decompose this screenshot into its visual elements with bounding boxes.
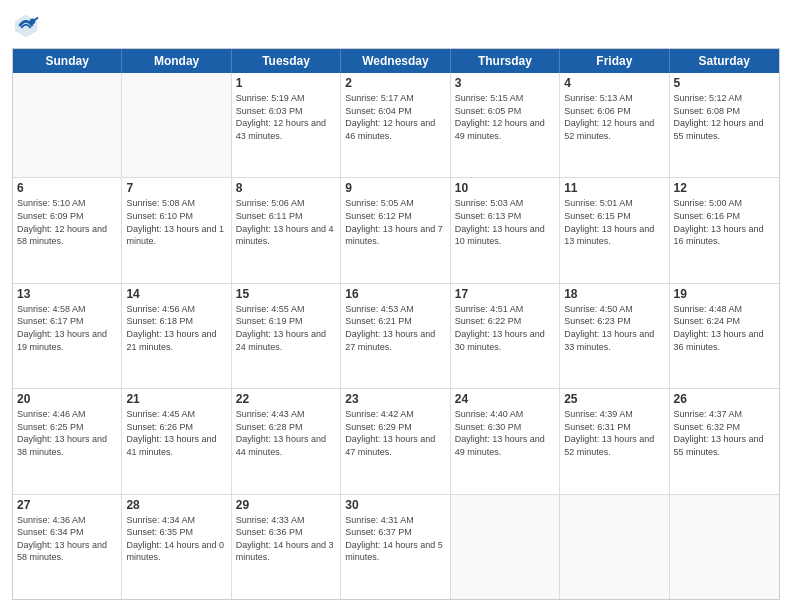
day-number: 2 bbox=[345, 76, 445, 90]
day-number: 5 bbox=[674, 76, 775, 90]
calendar-week-2: 6Sunrise: 5:10 AMSunset: 6:09 PMDaylight… bbox=[13, 178, 779, 283]
calendar-day-22: 22Sunrise: 4:43 AMSunset: 6:28 PMDayligh… bbox=[232, 389, 341, 493]
day-number: 15 bbox=[236, 287, 336, 301]
calendar-day-19: 19Sunrise: 4:48 AMSunset: 6:24 PMDayligh… bbox=[670, 284, 779, 388]
calendar-day-10: 10Sunrise: 5:03 AMSunset: 6:13 PMDayligh… bbox=[451, 178, 560, 282]
calendar-day-27: 27Sunrise: 4:36 AMSunset: 6:34 PMDayligh… bbox=[13, 495, 122, 599]
calendar-empty-cell bbox=[560, 495, 669, 599]
day-number: 12 bbox=[674, 181, 775, 195]
calendar-day-18: 18Sunrise: 4:50 AMSunset: 6:23 PMDayligh… bbox=[560, 284, 669, 388]
calendar-day-28: 28Sunrise: 4:34 AMSunset: 6:35 PMDayligh… bbox=[122, 495, 231, 599]
day-number: 25 bbox=[564, 392, 664, 406]
day-number: 6 bbox=[17, 181, 117, 195]
weekday-header-friday: Friday bbox=[560, 49, 669, 73]
calendar-day-1: 1Sunrise: 5:19 AMSunset: 6:03 PMDaylight… bbox=[232, 73, 341, 177]
calendar-day-7: 7Sunrise: 5:08 AMSunset: 6:10 PMDaylight… bbox=[122, 178, 231, 282]
weekday-header-monday: Monday bbox=[122, 49, 231, 73]
day-info: Sunrise: 4:56 AMSunset: 6:18 PMDaylight:… bbox=[126, 303, 226, 353]
day-number: 22 bbox=[236, 392, 336, 406]
day-info: Sunrise: 4:36 AMSunset: 6:34 PMDaylight:… bbox=[17, 514, 117, 564]
day-info: Sunrise: 4:43 AMSunset: 6:28 PMDaylight:… bbox=[236, 408, 336, 458]
day-info: Sunrise: 5:12 AMSunset: 6:08 PMDaylight:… bbox=[674, 92, 775, 142]
day-number: 8 bbox=[236, 181, 336, 195]
day-info: Sunrise: 4:46 AMSunset: 6:25 PMDaylight:… bbox=[17, 408, 117, 458]
day-number: 13 bbox=[17, 287, 117, 301]
calendar: SundayMondayTuesdayWednesdayThursdayFrid… bbox=[12, 48, 780, 600]
day-number: 7 bbox=[126, 181, 226, 195]
calendar-empty-cell bbox=[13, 73, 122, 177]
day-number: 19 bbox=[674, 287, 775, 301]
calendar-day-20: 20Sunrise: 4:46 AMSunset: 6:25 PMDayligh… bbox=[13, 389, 122, 493]
day-info: Sunrise: 4:51 AMSunset: 6:22 PMDaylight:… bbox=[455, 303, 555, 353]
day-info: Sunrise: 5:08 AMSunset: 6:10 PMDaylight:… bbox=[126, 197, 226, 247]
day-number: 18 bbox=[564, 287, 664, 301]
calendar-day-24: 24Sunrise: 4:40 AMSunset: 6:30 PMDayligh… bbox=[451, 389, 560, 493]
day-info: Sunrise: 4:33 AMSunset: 6:36 PMDaylight:… bbox=[236, 514, 336, 564]
day-number: 28 bbox=[126, 498, 226, 512]
day-number: 26 bbox=[674, 392, 775, 406]
calendar-day-29: 29Sunrise: 4:33 AMSunset: 6:36 PMDayligh… bbox=[232, 495, 341, 599]
day-number: 20 bbox=[17, 392, 117, 406]
weekday-header-saturday: Saturday bbox=[670, 49, 779, 73]
day-info: Sunrise: 4:55 AMSunset: 6:19 PMDaylight:… bbox=[236, 303, 336, 353]
logo bbox=[12, 12, 44, 40]
day-number: 16 bbox=[345, 287, 445, 301]
day-number: 23 bbox=[345, 392, 445, 406]
calendar-day-15: 15Sunrise: 4:55 AMSunset: 6:19 PMDayligh… bbox=[232, 284, 341, 388]
day-number: 9 bbox=[345, 181, 445, 195]
day-info: Sunrise: 5:10 AMSunset: 6:09 PMDaylight:… bbox=[17, 197, 117, 247]
day-info: Sunrise: 5:06 AMSunset: 6:11 PMDaylight:… bbox=[236, 197, 336, 247]
day-number: 21 bbox=[126, 392, 226, 406]
calendar-day-25: 25Sunrise: 4:39 AMSunset: 6:31 PMDayligh… bbox=[560, 389, 669, 493]
day-info: Sunrise: 4:42 AMSunset: 6:29 PMDaylight:… bbox=[345, 408, 445, 458]
calendar-day-17: 17Sunrise: 4:51 AMSunset: 6:22 PMDayligh… bbox=[451, 284, 560, 388]
logo-icon bbox=[12, 12, 40, 40]
day-info: Sunrise: 4:34 AMSunset: 6:35 PMDaylight:… bbox=[126, 514, 226, 564]
day-info: Sunrise: 4:39 AMSunset: 6:31 PMDaylight:… bbox=[564, 408, 664, 458]
calendar-day-26: 26Sunrise: 4:37 AMSunset: 6:32 PMDayligh… bbox=[670, 389, 779, 493]
calendar-week-1: 1Sunrise: 5:19 AMSunset: 6:03 PMDaylight… bbox=[13, 73, 779, 178]
calendar-day-5: 5Sunrise: 5:12 AMSunset: 6:08 PMDaylight… bbox=[670, 73, 779, 177]
day-number: 3 bbox=[455, 76, 555, 90]
calendar-day-13: 13Sunrise: 4:58 AMSunset: 6:17 PMDayligh… bbox=[13, 284, 122, 388]
day-info: Sunrise: 4:37 AMSunset: 6:32 PMDaylight:… bbox=[674, 408, 775, 458]
calendar-day-16: 16Sunrise: 4:53 AMSunset: 6:21 PMDayligh… bbox=[341, 284, 450, 388]
calendar-empty-cell bbox=[122, 73, 231, 177]
day-info: Sunrise: 5:03 AMSunset: 6:13 PMDaylight:… bbox=[455, 197, 555, 247]
day-info: Sunrise: 4:31 AMSunset: 6:37 PMDaylight:… bbox=[345, 514, 445, 564]
calendar-page: SundayMondayTuesdayWednesdayThursdayFrid… bbox=[0, 0, 792, 612]
calendar-day-3: 3Sunrise: 5:15 AMSunset: 6:05 PMDaylight… bbox=[451, 73, 560, 177]
day-number: 1 bbox=[236, 76, 336, 90]
calendar-week-4: 20Sunrise: 4:46 AMSunset: 6:25 PMDayligh… bbox=[13, 389, 779, 494]
day-number: 17 bbox=[455, 287, 555, 301]
calendar-day-6: 6Sunrise: 5:10 AMSunset: 6:09 PMDaylight… bbox=[13, 178, 122, 282]
page-header bbox=[12, 12, 780, 40]
calendar-day-12: 12Sunrise: 5:00 AMSunset: 6:16 PMDayligh… bbox=[670, 178, 779, 282]
calendar-empty-cell bbox=[670, 495, 779, 599]
calendar-day-4: 4Sunrise: 5:13 AMSunset: 6:06 PMDaylight… bbox=[560, 73, 669, 177]
weekday-header-wednesday: Wednesday bbox=[341, 49, 450, 73]
calendar-day-23: 23Sunrise: 4:42 AMSunset: 6:29 PMDayligh… bbox=[341, 389, 450, 493]
day-number: 14 bbox=[126, 287, 226, 301]
day-info: Sunrise: 5:01 AMSunset: 6:15 PMDaylight:… bbox=[564, 197, 664, 247]
day-number: 24 bbox=[455, 392, 555, 406]
calendar-body: 1Sunrise: 5:19 AMSunset: 6:03 PMDaylight… bbox=[13, 73, 779, 599]
day-info: Sunrise: 5:05 AMSunset: 6:12 PMDaylight:… bbox=[345, 197, 445, 247]
calendar-week-5: 27Sunrise: 4:36 AMSunset: 6:34 PMDayligh… bbox=[13, 495, 779, 599]
weekday-header-thursday: Thursday bbox=[451, 49, 560, 73]
calendar-empty-cell bbox=[451, 495, 560, 599]
calendar-day-8: 8Sunrise: 5:06 AMSunset: 6:11 PMDaylight… bbox=[232, 178, 341, 282]
weekday-header-sunday: Sunday bbox=[13, 49, 122, 73]
calendar-day-30: 30Sunrise: 4:31 AMSunset: 6:37 PMDayligh… bbox=[341, 495, 450, 599]
day-number: 29 bbox=[236, 498, 336, 512]
day-info: Sunrise: 5:15 AMSunset: 6:05 PMDaylight:… bbox=[455, 92, 555, 142]
calendar-day-11: 11Sunrise: 5:01 AMSunset: 6:15 PMDayligh… bbox=[560, 178, 669, 282]
day-info: Sunrise: 4:40 AMSunset: 6:30 PMDaylight:… bbox=[455, 408, 555, 458]
day-info: Sunrise: 4:48 AMSunset: 6:24 PMDaylight:… bbox=[674, 303, 775, 353]
day-info: Sunrise: 5:17 AMSunset: 6:04 PMDaylight:… bbox=[345, 92, 445, 142]
day-number: 10 bbox=[455, 181, 555, 195]
calendar-day-21: 21Sunrise: 4:45 AMSunset: 6:26 PMDayligh… bbox=[122, 389, 231, 493]
day-number: 11 bbox=[564, 181, 664, 195]
day-info: Sunrise: 5:00 AMSunset: 6:16 PMDaylight:… bbox=[674, 197, 775, 247]
svg-marker-0 bbox=[15, 15, 37, 37]
